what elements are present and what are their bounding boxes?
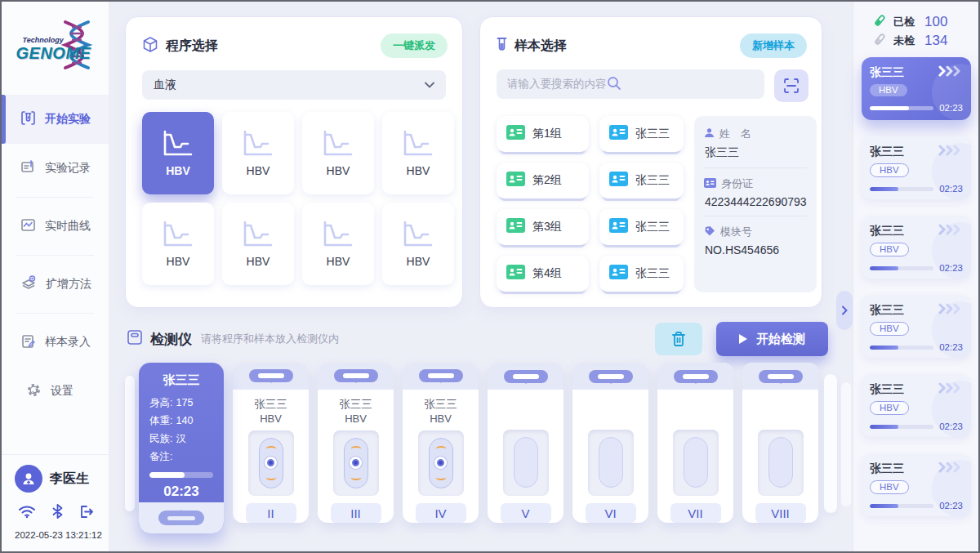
program-card[interactable]: HBV [142, 112, 214, 194]
sample-chip[interactable]: 张三三 [599, 209, 684, 245]
sidebar-item-label: 实验记录 [45, 161, 91, 176]
user-block: 李医生 2022-05-23 13:21:12 [2, 454, 109, 551]
chevrons-icon [938, 462, 963, 476]
slot-card[interactable]: VI [572, 363, 648, 523]
program-card[interactable]: HBV [222, 112, 294, 194]
progress-fill [870, 187, 898, 191]
checked-label: 已检 [893, 15, 915, 29]
height-value: 175 [176, 394, 193, 412]
search-input[interactable]: 请输入要搜索的内容 [497, 69, 764, 99]
sample-type-dropdown[interactable]: 血液 [142, 70, 446, 100]
program-card[interactable]: HBV [302, 112, 374, 194]
sidebar-item-experiment-records[interactable]: 实验记录 [2, 144, 109, 193]
cartridge-empty [514, 437, 538, 488]
slot-card-expanded[interactable]: 张三三 身高:175 体重:140 民族:汉 备注: 02:23 [139, 363, 224, 533]
program-card[interactable]: HBV [382, 203, 454, 285]
progress-track [870, 504, 933, 508]
slot-card[interactable]: 张三三 HBV IV [403, 363, 479, 523]
stacked-card-edge [824, 374, 837, 513]
slot-time: 02:23 [139, 484, 224, 500]
tray-handle[interactable] [249, 369, 293, 382]
sample-chip[interactable]: 张三三 [599, 163, 684, 198]
clipboard-pen-icon [20, 333, 36, 351]
slot-program: HBV [430, 413, 452, 426]
sidebar-item-sample-entry[interactable]: 样本录入 [2, 318, 109, 367]
id-label: 身份证 [721, 176, 753, 191]
slot-card[interactable]: V [488, 363, 564, 523]
tube-bracket-icon [20, 110, 36, 128]
group-idcard-icon [506, 218, 525, 236]
cartridge-dot [265, 457, 277, 469]
detector-title: 检测仪 [150, 330, 192, 349]
start-detection-button[interactable]: 开始检测 [716, 322, 828, 356]
trash-button[interactable] [655, 323, 702, 355]
chevrons-icon [938, 382, 963, 397]
tray-handle[interactable] [504, 370, 548, 383]
program-badge: HBV [870, 163, 909, 177]
cartridge-well [248, 430, 294, 497]
program-card[interactable]: HBV [222, 203, 294, 285]
queue-card[interactable]: 张三三 HBV 02:23 [862, 453, 971, 516]
chevrons-icon [938, 303, 963, 318]
cartridge-well [503, 430, 549, 496]
slot-card[interactable]: 张三三 HBV III [318, 363, 394, 523]
slot-card[interactable]: 张三三 HBV II [233, 363, 309, 523]
group-idcard-icon [506, 125, 525, 143]
slot-card[interactable]: VII [657, 363, 733, 523]
slot-patient-name: 张三三 [254, 397, 287, 412]
slot-number: VIII [755, 503, 806, 523]
program-card[interactable]: HBV [142, 203, 214, 285]
test-tube-icon [497, 36, 507, 56]
time-remaining: 02:23 [939, 184, 963, 194]
sidebar-item-realtime-curve[interactable]: 实时曲线 [2, 202, 109, 251]
tray-handle[interactable] [158, 511, 204, 525]
add-sample-button[interactable]: 新增样本 [740, 33, 807, 58]
sidebar-item-amplification-method[interactable]: 扩增方法 [2, 260, 109, 309]
queue-card[interactable]: 张三三 HBV 02:23 [862, 295, 971, 358]
cartridge [429, 438, 453, 488]
weight-label: 体重: [149, 412, 172, 430]
detail-module: NO.HS454656 [705, 243, 807, 256]
sidebar-item-settings[interactable]: 设置 [2, 367, 109, 416]
remark-label: 备注: [149, 448, 172, 466]
curve-icon [20, 217, 36, 235]
wifi-icon[interactable] [18, 505, 36, 522]
one-key-dispatch-button[interactable]: 一键派发 [381, 33, 448, 58]
slot-head [233, 363, 309, 390]
queue-card[interactable]: 张三三 HBV 02:23 [862, 216, 971, 279]
slot-card[interactable]: VIII [742, 363, 818, 523]
avatar[interactable] [15, 465, 42, 493]
slot-progress-track [149, 472, 213, 478]
tray-handle[interactable] [674, 370, 718, 383]
orange-mark [435, 446, 446, 452]
queue-card-active[interactable]: 张三三 HBV 02:23 [862, 57, 971, 120]
tray-handle[interactable] [419, 369, 463, 382]
group-chip[interactable]: 第4组 [497, 256, 589, 292]
tray-handle[interactable] [334, 369, 378, 382]
program-card[interactable]: HBV [302, 203, 374, 285]
detector-slots: 张三三 身高:175 体重:140 民族:汉 备注: 02:23 张三三 HBV… [125, 363, 853, 533]
program-badge: HBV [870, 322, 909, 336]
queue-card[interactable]: 张三三 HBV 02:23 [862, 374, 971, 437]
cartridge-well [673, 430, 719, 496]
tray-handle[interactable] [589, 370, 633, 383]
bluetooth-icon[interactable] [52, 504, 63, 522]
tray-handle[interactable] [759, 370, 803, 383]
scan-barcode-button[interactable] [774, 69, 808, 102]
program-card[interactable]: HBV [382, 112, 454, 194]
group-chip[interactable]: 第3组 [497, 209, 589, 245]
time-remaining: 02:23 [939, 421, 963, 431]
group-chip[interactable]: 第2组 [497, 163, 589, 198]
ethnicity-label: 民族: [149, 430, 172, 448]
group-chip[interactable]: 第1组 [497, 116, 589, 152]
queue-card[interactable]: 张三三 HBV 02:23 [862, 136, 971, 199]
unchecked-count: 134 [924, 33, 947, 49]
expand-panel-tab[interactable] [836, 291, 853, 330]
sidebar-item-start-experiment[interactable]: 开始实验 [2, 95, 109, 144]
sample-chip[interactable]: 张三三 [599, 256, 684, 292]
logo-technology-text: Technology [23, 36, 64, 44]
slot-number: IV [416, 503, 466, 523]
logout-icon[interactable] [79, 505, 94, 522]
sample-idcard-icon [609, 172, 628, 190]
sample-chip[interactable]: 张三三 [599, 116, 684, 152]
